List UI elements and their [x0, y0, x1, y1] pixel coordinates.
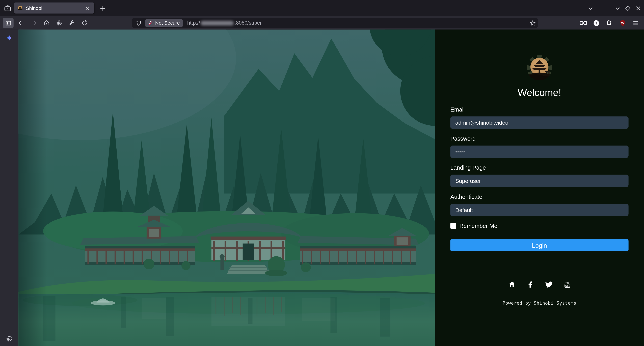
firefox-view-icon — [4, 5, 11, 12]
tab-bar: Shinobi — [0, 0, 644, 16]
forward-arrow-icon — [30, 19, 37, 26]
landing-page-label: Landing Page — [450, 165, 628, 171]
landing-page-select[interactable]: Superuser — [450, 175, 628, 187]
email-label: Email — [450, 106, 628, 113]
gear-icon — [56, 19, 62, 26]
infinity-icon — [580, 20, 587, 25]
sidebar-icon — [5, 20, 12, 26]
t-circle-icon: T — [592, 19, 600, 26]
ud-shield-icon: UD — [620, 19, 626, 26]
bookmark-star-button[interactable] — [529, 19, 536, 27]
remember-me-checkbox[interactable] — [450, 223, 456, 229]
firefox-view-button[interactable] — [2, 3, 13, 13]
email-input[interactable] — [450, 116, 628, 129]
browser-window: Shinobi — [0, 0, 644, 346]
password-label: Password — [450, 135, 628, 142]
password-input[interactable]: ••••• — [450, 146, 628, 158]
star-icon — [530, 20, 536, 26]
youtube-icon[interactable]: YouTube — [564, 281, 571, 288]
welcome-heading: Welcome! — [518, 87, 561, 98]
home-button[interactable] — [41, 17, 52, 28]
window-minimize-icon[interactable] — [612, 3, 622, 13]
tab-list-chevron-icon[interactable] — [586, 3, 595, 13]
login-button[interactable]: Login — [450, 239, 628, 251]
remember-me-label: Remember Me — [459, 223, 498, 229]
authenticate-label: Authenticate — [450, 193, 628, 200]
window-maximize-icon[interactable] — [623, 3, 632, 13]
tracking-shield-icon — [136, 20, 142, 26]
url-scheme: http:// — [187, 20, 200, 26]
url-path: :8080/super — [234, 20, 262, 26]
tab-separator — [13, 4, 13, 12]
url-bar[interactable]: Not Secure http:// :8080/super — [132, 18, 538, 28]
remember-me-row[interactable]: Remember Me — [450, 223, 628, 229]
url-redacted-host — [201, 21, 234, 25]
tools-button[interactable] — [66, 17, 77, 28]
social-links: YouTube — [508, 281, 571, 288]
authenticate-select[interactable]: Default — [450, 204, 628, 216]
browser-sidebar-strip — [0, 29, 18, 346]
login-form: Email Password ••••• Landing Page Superu… — [450, 106, 628, 251]
security-chip[interactable]: Not Secure — [146, 19, 183, 27]
twitter-icon[interactable] — [545, 281, 552, 288]
extension-infinity-button[interactable] — [578, 17, 589, 28]
hamburger-icon — [632, 20, 639, 26]
menu-button[interactable] — [630, 17, 641, 28]
reload-icon — [81, 19, 88, 26]
extension-t-button[interactable]: T — [591, 17, 602, 28]
broken-lock-icon — [148, 20, 153, 26]
extension-ublock-button[interactable]: UD — [618, 17, 628, 28]
wrench-icon — [68, 19, 75, 26]
background-temple-image — [18, 29, 435, 346]
new-tab-button[interactable] — [98, 3, 108, 13]
back-button[interactable] — [16, 17, 26, 28]
puzzle-icon — [606, 19, 612, 26]
powered-by-footer: Powered by Shinobi.Systems — [502, 301, 576, 306]
reload-button[interactable] — [79, 17, 90, 28]
sidebar-toggle-button[interactable] — [3, 17, 14, 28]
svg-text:UD: UD — [621, 21, 624, 24]
svg-text:Tube: Tube — [565, 285, 570, 287]
svg-text:T: T — [595, 21, 598, 25]
extensions-button[interactable] — [604, 17, 614, 28]
security-chip-label: Not Secure — [155, 20, 180, 26]
home-link-icon[interactable] — [508, 281, 515, 288]
forward-button[interactable] — [28, 17, 39, 28]
plus-icon — [100, 5, 105, 11]
window-close-icon[interactable] — [633, 3, 643, 13]
tab-close-icon[interactable] — [84, 4, 91, 12]
shinobi-logo — [526, 55, 552, 81]
login-panel: Welcome! Email Password ••••• Landing Pa… — [435, 29, 644, 346]
back-arrow-icon — [18, 19, 24, 26]
shinobi-favicon — [17, 5, 23, 11]
navigation-toolbar: Not Secure http:// :8080/super T UD — [0, 16, 644, 29]
ai-sparkle-icon[interactable] — [5, 34, 13, 42]
facebook-icon[interactable] — [526, 281, 534, 288]
svg-text:You: You — [565, 281, 569, 284]
home-icon — [43, 19, 50, 26]
url-text: http:// :8080/super — [187, 20, 262, 26]
sidebar-settings-gear-icon[interactable] — [6, 335, 13, 342]
settings-button[interactable] — [54, 17, 64, 28]
tab-title: Shinobi — [26, 5, 84, 11]
tab-shinobi[interactable]: Shinobi — [14, 2, 94, 13]
